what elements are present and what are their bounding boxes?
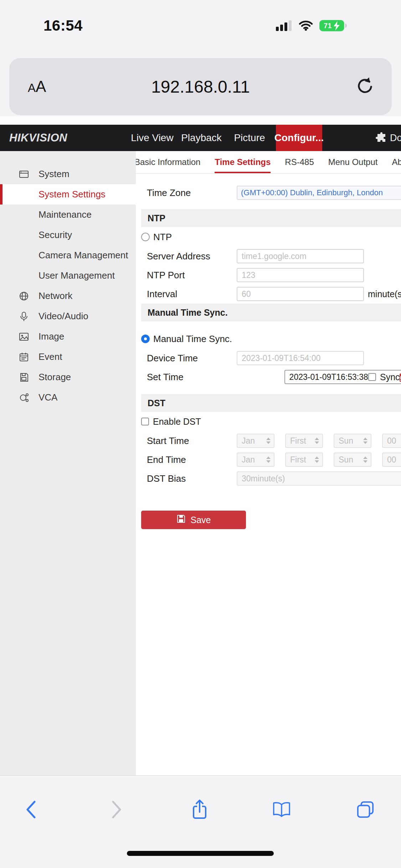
dst-end-day-select[interactable]: Sun bbox=[334, 453, 371, 467]
tab-basic-information[interactable]: Basic Information bbox=[136, 151, 200, 173]
forward-button[interactable] bbox=[111, 800, 122, 820]
enable-dst-label: Enable DST bbox=[153, 417, 201, 427]
battery-percent: 71 bbox=[324, 22, 331, 30]
sidebar-item-system[interactable]: System bbox=[0, 164, 136, 184]
stepper-icon bbox=[266, 456, 271, 463]
sidebar-item-label: User Management bbox=[38, 270, 115, 281]
interval-input[interactable] bbox=[237, 287, 364, 301]
nav-picture[interactable]: Picture bbox=[234, 132, 265, 144]
enable-dst-checkbox[interactable] bbox=[141, 418, 149, 425]
status-icons: 71 bbox=[276, 19, 348, 33]
battery-indicator: 71 bbox=[319, 19, 348, 33]
end-time-label: End Time bbox=[147, 454, 186, 465]
sidebar-item-label: System Settings bbox=[38, 189, 106, 200]
tab-rs-485[interactable]: RS-485 bbox=[285, 151, 314, 173]
sidebar-item-label: Camera Management bbox=[38, 250, 128, 261]
enable-dst-row: Enable DST bbox=[136, 416, 401, 427]
dst-start-week-select[interactable]: First bbox=[285, 434, 323, 448]
page-content: System System Settings Maintenance Secur… bbox=[0, 151, 401, 775]
chrome-gap bbox=[0, 116, 401, 125]
settings-sidebar: System System Settings Maintenance Secur… bbox=[0, 151, 136, 775]
interval-label: Interval bbox=[147, 289, 177, 300]
nav-live-view[interactable]: Live View bbox=[131, 132, 173, 144]
system-icon bbox=[19, 169, 29, 180]
sidebar-item-label: Image bbox=[38, 331, 64, 342]
tab-time-settings[interactable]: Time Settings bbox=[215, 151, 271, 173]
sidebar-item-event[interactable]: Event bbox=[0, 347, 136, 367]
share-button[interactable] bbox=[191, 799, 208, 822]
save-label: Save bbox=[191, 515, 211, 525]
plugin-puzzle-icon[interactable] bbox=[376, 131, 387, 144]
sidebar-item-label: Security bbox=[38, 229, 72, 241]
tab-menu-output[interactable]: Menu Output bbox=[328, 151, 378, 173]
sidebar-item-maintenance[interactable]: Maintenance bbox=[0, 205, 136, 225]
sidebar-item-label: VCA bbox=[38, 392, 57, 403]
sidebar-item-label: Video/Audio bbox=[38, 311, 88, 322]
dst-start-day-select[interactable]: Sun bbox=[334, 434, 371, 448]
dst-end-week-select[interactable]: First bbox=[285, 453, 323, 467]
plugin-label[interactable]: Do bbox=[390, 133, 401, 144]
dst-end-time-row: End Time Jan First Sun 00 bbox=[136, 453, 401, 467]
sidebar-item-image[interactable]: Image bbox=[0, 326, 136, 347]
tab-bar: Basic Information Time Settings RS-485 M… bbox=[136, 151, 401, 174]
sidebar-item-label: Network bbox=[38, 290, 72, 301]
sidebar-item-user-management[interactable]: User Management bbox=[0, 265, 136, 286]
dst-end-month-select[interactable]: Jan bbox=[237, 453, 274, 467]
ntp-port-label: NTP Port bbox=[147, 270, 185, 281]
manual-sync-radio[interactable] bbox=[141, 335, 150, 343]
sidebar-item-security[interactable]: Security bbox=[0, 225, 136, 245]
network-icon bbox=[19, 291, 29, 301]
sidebar-item-system-settings[interactable]: System Settings bbox=[0, 184, 136, 205]
stepper-icon bbox=[266, 438, 271, 444]
time-zone-value: (GMT+00:00) Dublin, Edinburgh, London bbox=[241, 188, 383, 197]
ntp-radio[interactable] bbox=[141, 233, 150, 241]
time-zone-select[interactable]: (GMT+00:00) Dublin, Edinburgh, London bbox=[237, 186, 401, 200]
cellular-signal-icon bbox=[276, 20, 292, 32]
sidebar-item-label: Storage bbox=[38, 372, 71, 383]
save-icon bbox=[176, 514, 186, 526]
set-time-row: Set Time Sync. w bbox=[136, 370, 401, 384]
nav-playback[interactable]: Playback bbox=[181, 132, 222, 144]
settings-panel: Basic Information Time Settings RS-485 M… bbox=[136, 151, 401, 775]
nav-configuration[interactable]: Configur... bbox=[276, 125, 322, 151]
back-button[interactable] bbox=[25, 800, 37, 820]
vca-icon bbox=[19, 392, 29, 403]
sidebar-item-network[interactable]: Network bbox=[0, 286, 136, 306]
sidebar-item-vca[interactable]: VCA bbox=[0, 387, 136, 408]
save-button[interactable]: Save bbox=[141, 511, 246, 529]
dst-bias-label: DST Bias bbox=[147, 473, 186, 484]
home-indicator bbox=[127, 851, 274, 856]
dst-start-month-select[interactable]: Jan bbox=[237, 434, 274, 448]
ntp-radio-label: NTP bbox=[153, 232, 172, 243]
sidebar-item-label: Event bbox=[38, 351, 62, 362]
dst-start-time-row: Start Time Jan First Sun 00 bbox=[136, 434, 401, 448]
url-field[interactable]: 192.168.0.11 bbox=[9, 77, 392, 97]
dst-end-hour-select[interactable]: 00 bbox=[382, 453, 401, 467]
interval-row: Interval minute(s) bbox=[136, 287, 401, 301]
tabs-button[interactable] bbox=[356, 801, 374, 820]
device-time-row: Device Time bbox=[136, 351, 401, 365]
sidebar-item-storage[interactable]: Storage bbox=[0, 367, 136, 387]
sync-checkbox[interactable] bbox=[368, 373, 376, 381]
tab-about[interactable]: About bbox=[392, 151, 401, 173]
sidebar-item-label: System bbox=[38, 169, 70, 180]
stepper-icon bbox=[363, 456, 367, 463]
storage-icon bbox=[19, 372, 29, 383]
sidebar-item-video-audio[interactable]: Video/Audio bbox=[0, 306, 136, 326]
ntp-port-input[interactable] bbox=[237, 268, 364, 282]
image-icon bbox=[19, 331, 29, 342]
sidebar-item-camera-management[interactable]: Camera Management bbox=[0, 245, 136, 265]
device-time-label: Device Time bbox=[147, 353, 198, 364]
address-bar[interactable]: AA 192.168.0.11 bbox=[9, 58, 392, 115]
bookmarks-button[interactable] bbox=[272, 801, 291, 820]
dst-section-header: DST bbox=[141, 394, 401, 412]
time-zone-label: Time Zone bbox=[147, 187, 191, 198]
safari-chrome-top: 16:54 71 AA 192.168.0.11 bbox=[0, 0, 401, 125]
set-time-label: Set Time bbox=[147, 372, 184, 383]
reload-button[interactable] bbox=[356, 77, 375, 97]
hikvision-logo: HIKVISION bbox=[9, 131, 67, 144]
stepper-icon bbox=[315, 456, 319, 463]
server-address-input[interactable] bbox=[237, 249, 364, 263]
dst-bias-row: DST Bias 30minute(s) bbox=[136, 471, 401, 486]
dst-start-hour-select[interactable]: 00 bbox=[382, 434, 401, 448]
